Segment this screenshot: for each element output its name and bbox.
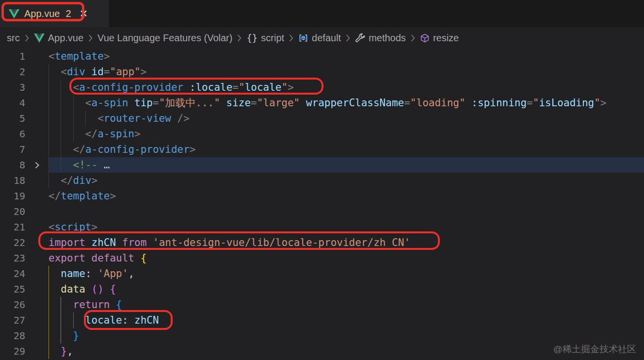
module-icon	[298, 33, 308, 43]
code-token: :locale	[190, 82, 233, 93]
code-token	[97, 159, 104, 171]
line-number: 5	[0, 111, 25, 126]
line-number: 24	[0, 266, 25, 281]
code-token: </	[73, 144, 85, 155]
indent-guide	[48, 281, 49, 297]
fold-column	[25, 281, 48, 297]
wrench-icon	[355, 33, 365, 43]
indent-guide	[48, 266, 49, 281]
breadcrumb-item-app-vue[interactable]: App.vue	[34, 33, 83, 44]
code-line-content: </template>	[48, 188, 644, 204]
line-number: 4	[0, 95, 25, 111]
line-number: 22	[0, 235, 25, 250]
code-line-content: <div id="app">	[48, 64, 644, 80]
code-token: name	[61, 268, 85, 279]
code-token	[104, 283, 110, 295]
code-line-1: 1<template>	[0, 49, 644, 64]
code-token: {	[141, 252, 147, 264]
line-number: 29	[0, 344, 25, 359]
code-token: >	[600, 97, 607, 109]
code-token: "	[533, 97, 539, 109]
code-token: wrapperClassName	[306, 97, 404, 109]
code-token	[128, 314, 134, 326]
code-token: size	[226, 97, 251, 109]
code-token: "	[594, 97, 600, 109]
indent-guide	[73, 312, 74, 328]
code-token: "large"	[257, 97, 300, 109]
tab-title: App.vue	[24, 8, 60, 19]
code-token: <	[73, 82, 80, 93]
line-number: 6	[0, 126, 25, 142]
code-token: =	[104, 66, 110, 78]
code-token: {	[116, 299, 122, 311]
indent-guide	[61, 312, 61, 328]
indent-guide	[61, 80, 61, 95]
code-line-19: 19</template>	[0, 188, 644, 204]
code-token: <	[97, 113, 104, 124]
breadcrumb-label: default	[312, 33, 341, 44]
code-token: >	[110, 190, 116, 202]
fold-column	[25, 95, 48, 111]
code-editor[interactable]: 1<template>2 <div id="app">3 <a-config-p…	[0, 49, 644, 359]
fold-column	[25, 49, 48, 64]
code-token	[48, 268, 61, 279]
indent-guide	[61, 157, 61, 173]
code-token: from	[122, 237, 147, 248]
code-token: "app"	[110, 66, 141, 78]
code-token: nt-design-vue/lib/locale-provider/zh_CN'	[165, 237, 410, 248]
indent-guide	[73, 126, 74, 142]
code-token: =	[153, 97, 159, 109]
breadcrumb-label: Vue Language Features (Volar)	[97, 33, 232, 44]
code-token	[48, 283, 61, 295]
code-token: zhCN	[92, 237, 116, 248]
code-token	[85, 237, 92, 248]
tab-app-vue[interactable]: App.vue 2 ×	[0, 0, 110, 27]
code-token: export	[48, 252, 85, 264]
indent-guide	[85, 111, 86, 126]
code-token: "	[282, 82, 288, 93]
code-line-20: 20	[0, 204, 644, 219]
code-line-content: <a-config-provider :locale="locale">	[48, 80, 644, 95]
code-token: >	[134, 128, 141, 140]
breadcrumb-item-default[interactable]: default	[298, 33, 341, 44]
code-line-3: 3 <a-config-provider :locale="locale">	[0, 80, 644, 95]
close-icon[interactable]: ×	[80, 7, 88, 20]
code-token: :	[85, 268, 92, 279]
code-line-content: <a-spin tip="加载中..." size="large" wrappe…	[48, 95, 644, 111]
breadcrumb-item-methods[interactable]: methods	[355, 33, 406, 44]
code-token: …	[104, 159, 110, 171]
breadcrumb-item-resize[interactable]: resize	[420, 33, 459, 44]
indent-guide	[48, 297, 49, 312]
code-token: locale	[85, 314, 122, 326]
code-line-26: 26 return {	[0, 297, 644, 312]
code-token: />	[177, 113, 190, 124]
code-token: >	[141, 66, 147, 78]
fold-chevron-icon[interactable]	[25, 157, 48, 173]
code-token: zhCN	[134, 314, 159, 326]
breadcrumb-item-script[interactable]: {}script	[246, 33, 284, 44]
code-token: :	[122, 314, 129, 326]
code-token	[128, 97, 134, 109]
code-token: :spinning	[471, 97, 527, 109]
code-token: </	[61, 175, 73, 186]
code-line-content: <script>	[48, 219, 644, 235]
code-token: ,	[67, 345, 73, 357]
indent-guide	[48, 344, 49, 359]
code-line-content: return {	[48, 297, 644, 312]
fold-column	[25, 126, 48, 142]
code-token: <	[48, 50, 55, 62]
indent-guide	[73, 95, 74, 111]
code-token	[134, 252, 141, 264]
breadcrumb-item-volar[interactable]: Vue Language Features (Volar)	[97, 33, 232, 44]
indent-guide	[61, 297, 61, 312]
fold-column	[25, 250, 48, 266]
code-token: "loading"	[410, 97, 466, 109]
code-line-23: 23export default {	[0, 250, 644, 266]
code-line-content: <template>	[48, 49, 644, 64]
fold-column	[25, 328, 48, 344]
fold-column	[25, 344, 48, 359]
chevron-right-icon	[87, 34, 94, 42]
code-token: <	[85, 97, 92, 109]
code-line-content: import zhCN from 'ant-design-vue/lib/loc…	[48, 235, 644, 250]
breadcrumb-item-src[interactable]: src	[7, 33, 20, 44]
